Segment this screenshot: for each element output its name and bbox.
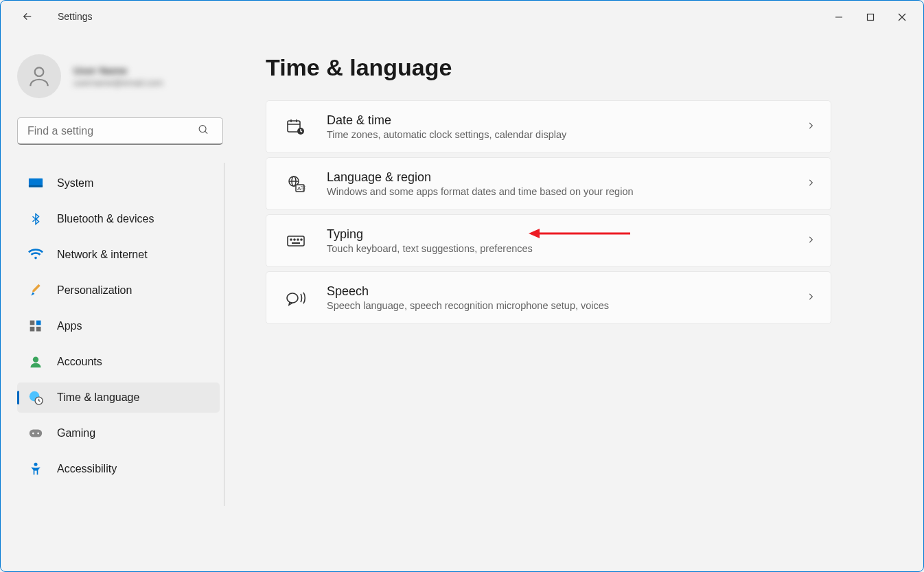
app-title: Settings <box>58 11 93 22</box>
account-email: username@email.com <box>73 78 163 88</box>
back-button[interactable] <box>14 3 41 30</box>
svg-point-32 <box>294 239 295 240</box>
account-name: User Name <box>73 65 163 76</box>
bluetooth-icon <box>28 211 43 227</box>
setting-title: Date & time <box>327 113 566 128</box>
maximize-icon <box>866 13 875 21</box>
svg-point-18 <box>37 433 39 435</box>
sidebar-item-label: Accounts <box>57 356 102 368</box>
sidebar-item-network[interactable]: Network & internet <box>17 240 220 270</box>
titlebar <box>1 1 923 34</box>
setting-desc: Speech language, speech recognition micr… <box>327 300 609 311</box>
sidebar-item-gaming[interactable]: Gaming <box>17 418 220 448</box>
svg-point-17 <box>32 433 34 435</box>
svg-rect-30 <box>288 236 304 246</box>
svg-point-33 <box>297 239 299 240</box>
sidebar-item-label: Apps <box>57 320 82 332</box>
sidebar-item-system[interactable]: System <box>17 168 220 198</box>
sidebar-item-label: System <box>57 177 93 190</box>
globe-translate-icon: A字 <box>286 175 306 193</box>
nav: System Bluetooth & devices Network & int… <box>17 163 224 506</box>
svg-rect-9 <box>30 321 35 325</box>
svg-point-34 <box>301 239 302 240</box>
setting-date-time[interactable]: Date & time Time zones, automatic clock … <box>266 100 831 153</box>
sidebar-item-label: Accessibility <box>57 463 117 475</box>
sidebar-item-accessibility[interactable]: Accessibility <box>17 454 220 484</box>
svg-rect-16 <box>30 430 42 437</box>
search-input[interactable] <box>17 117 223 145</box>
gaming-icon <box>28 428 43 439</box>
minimize-icon <box>835 13 843 21</box>
svg-rect-8 <box>29 185 43 187</box>
wifi-icon <box>28 249 43 261</box>
setting-desc: Time zones, automatic clock settings, ca… <box>327 129 566 140</box>
svg-rect-1 <box>868 14 874 21</box>
apps-icon <box>28 319 43 333</box>
sidebar-item-label: Time & language <box>57 391 139 404</box>
svg-point-31 <box>290 239 292 240</box>
keyboard-icon <box>286 234 306 248</box>
sidebar-item-apps[interactable]: Apps <box>17 311 220 341</box>
setting-desc: Windows and some apps format dates and t… <box>327 186 634 197</box>
minimize-button[interactable] <box>823 6 855 28</box>
sidebar-item-bluetooth[interactable]: Bluetooth & devices <box>17 204 220 234</box>
main-content: Time & language Date & time Time zones, … <box>227 34 923 571</box>
setting-desc: Touch keyboard, text suggestions, prefer… <box>327 243 533 254</box>
search-icon <box>198 124 209 139</box>
sidebar-item-label: Network & internet <box>57 249 148 261</box>
sidebar-item-label: Personalization <box>57 284 132 297</box>
svg-point-4 <box>35 67 44 76</box>
svg-point-19 <box>34 463 38 466</box>
svg-rect-10 <box>36 321 41 325</box>
svg-text:A字: A字 <box>297 185 305 192</box>
account-block[interactable]: User Name username@email.com <box>17 54 224 98</box>
maximize-button[interactable] <box>855 6 886 28</box>
setting-typing[interactable]: Typing Touch keyboard, text suggestions,… <box>266 214 831 267</box>
person-icon <box>26 63 52 89</box>
accounts-icon <box>28 355 43 369</box>
svg-point-5 <box>199 126 206 133</box>
close-button[interactable] <box>886 6 918 28</box>
setting-speech[interactable]: Speech Speech language, speech recogniti… <box>266 271 831 324</box>
svg-rect-12 <box>36 327 41 332</box>
sidebar-item-accounts[interactable]: Accounts <box>17 347 220 377</box>
paintbrush-icon <box>28 284 43 297</box>
system-icon <box>28 177 43 190</box>
sidebar-item-label: Bluetooth & devices <box>57 213 154 225</box>
chevron-right-icon <box>806 178 816 190</box>
close-icon <box>898 13 906 21</box>
svg-rect-11 <box>30 327 35 332</box>
setting-title: Language & region <box>327 170 634 185</box>
setting-language-region[interactable]: A字 Language & region Windows and some ap… <box>266 157 831 210</box>
chevron-right-icon <box>806 235 816 247</box>
sidebar: User Name username@email.com System Blue… <box>1 34 227 571</box>
speech-icon <box>286 290 306 306</box>
calendar-clock-icon <box>286 118 306 136</box>
arrow-left-icon <box>21 10 34 23</box>
svg-point-36 <box>287 293 298 303</box>
time-language-icon <box>28 390 43 405</box>
svg-point-13 <box>33 357 38 363</box>
accessibility-icon <box>28 461 43 477</box>
svg-line-6 <box>205 131 208 134</box>
page-title: Time & language <box>266 54 899 81</box>
chevron-right-icon <box>806 292 816 304</box>
setting-title: Speech <box>327 284 609 299</box>
sidebar-item-personalization[interactable]: Personalization <box>17 275 220 306</box>
sidebar-item-label: Gaming <box>57 427 95 439</box>
avatar <box>17 54 61 98</box>
setting-title: Typing <box>327 227 533 242</box>
sidebar-item-time-language[interactable]: Time & language <box>17 382 220 413</box>
chevron-right-icon <box>806 121 816 133</box>
